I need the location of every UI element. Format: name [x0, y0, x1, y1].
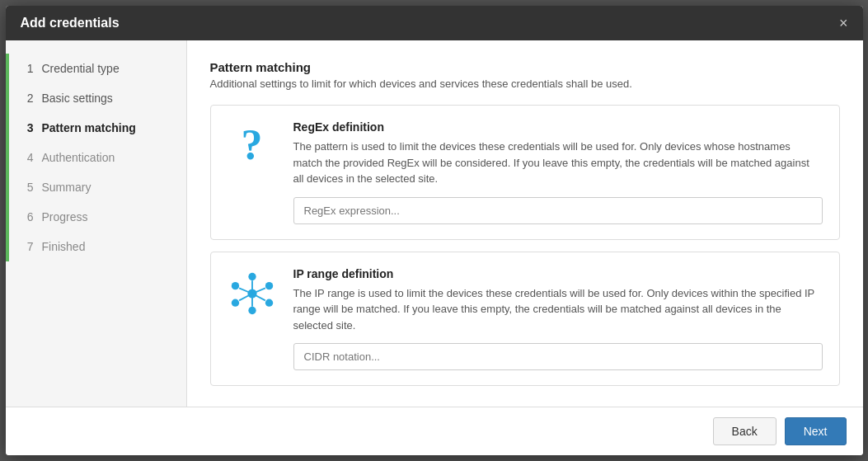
ip-range-card-desc: The IP range is used to limit the device… [293, 285, 823, 334]
sidebar-label-2: Basic settings [42, 92, 113, 105]
modal-title: Add credentials [21, 16, 120, 31]
back-button[interactable]: Back [713, 417, 777, 445]
sidebar-item-finished[interactable]: 7 Finished [6, 232, 186, 261]
regex-input[interactable] [293, 197, 823, 224]
svg-point-1 [248, 272, 256, 280]
svg-point-3 [265, 299, 272, 306]
network-icon [229, 270, 275, 317]
ip-range-card-icon [228, 267, 277, 317]
sidebar-item-authentication[interactable]: 4 Authentication [6, 143, 186, 172]
sidebar-container: 1 Credential type 2 Basic settings 3 Pat… [6, 54, 186, 261]
sidebar-item-basic-settings[interactable]: 2 Basic settings [6, 83, 186, 113]
regex-card-desc: The pattern is used to limit the devices… [293, 139, 823, 187]
modal-header: Add credentials × [6, 6, 863, 40]
question-mark-icon: ? [242, 124, 263, 167]
step-num-2: 2 [21, 92, 34, 105]
modal-body: 1 Credential type 2 Basic settings 3 Pat… [6, 40, 863, 407]
cidr-input[interactable] [293, 343, 823, 370]
step-num-4: 4 [21, 151, 34, 164]
close-button[interactable]: × [839, 16, 848, 31]
sidebar: 1 Credential type 2 Basic settings 3 Pat… [6, 40, 187, 407]
sidebar-label-7: Finished [42, 240, 86, 253]
sidebar-item-summary[interactable]: 5 Summary [6, 172, 186, 202]
sidebar-label-3: Pattern matching [42, 121, 136, 134]
step-num-3: 3 [21, 121, 34, 134]
step-num-6: 6 [21, 210, 34, 223]
step-num-7: 7 [21, 240, 34, 253]
svg-point-2 [265, 282, 272, 289]
sidebar-label-6: Progress [42, 210, 88, 223]
section-subtitle: Additional settings to limit for which d… [210, 78, 840, 90]
modal-footer: Back Next [6, 407, 863, 455]
sidebar-item-pattern-matching[interactable]: 3 Pattern matching [6, 113, 186, 143]
sidebar-label-5: Summary [42, 181, 91, 194]
step-num-1: 1 [21, 62, 34, 75]
section-title: Pattern matching [210, 60, 840, 74]
sidebar-green-bar [6, 54, 9, 261]
svg-point-6 [231, 282, 238, 289]
ip-range-card: IP range definition The IP range is used… [210, 252, 840, 387]
next-button[interactable]: Next [785, 417, 847, 445]
sidebar-label-4: Authentication [42, 151, 115, 164]
regex-card: ? RegEx definition The pattern is used t… [210, 105, 840, 240]
regex-card-title: RegEx definition [293, 120, 823, 134]
step-num-5: 5 [21, 181, 34, 194]
regex-card-icon: ? [228, 120, 277, 167]
ip-range-card-title: IP range definition [293, 267, 823, 280]
sidebar-item-progress[interactable]: 6 Progress [6, 202, 186, 232]
ip-range-card-body: IP range definition The IP range is used… [293, 267, 823, 371]
sidebar-label-1: Credential type [42, 62, 120, 75]
add-credentials-modal: Add credentials × 1 Credential type 2 Ba… [6, 6, 863, 455]
regex-card-body: RegEx definition The pattern is used to … [293, 120, 823, 224]
sidebar-item-credential-type[interactable]: 1 Credential type [6, 54, 186, 83]
svg-point-5 [231, 299, 238, 306]
main-content: Pattern matching Additional settings to … [187, 40, 863, 407]
svg-point-4 [248, 306, 256, 313]
